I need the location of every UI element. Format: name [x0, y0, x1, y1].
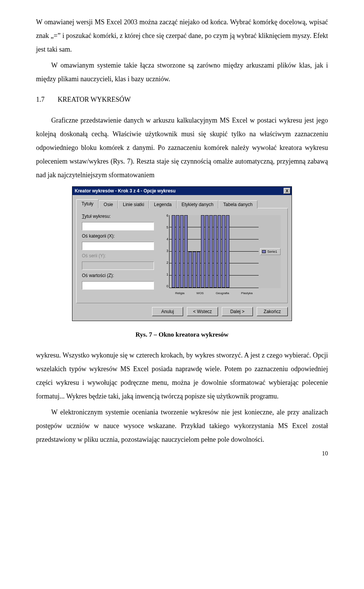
bar [172, 215, 175, 288]
cancel-button[interactable]: Anuluj [152, 307, 183, 316]
label-chart-title: TTytuł wykresu:ytuł wykresu: [82, 214, 154, 219]
tab-datatable[interactable]: Tabela danych [218, 200, 257, 208]
input-value-axis[interactable] [82, 281, 154, 290]
close-icon: X [286, 189, 288, 193]
plot-grid [169, 215, 259, 288]
back-button[interactable]: < Wstecz [187, 307, 218, 316]
dialog-title: Kreator wykresów - Krok 3 z 4 - Opcje wy… [75, 188, 176, 194]
bar [201, 215, 204, 288]
tab-gridlines[interactable]: Linie siatki [118, 200, 149, 208]
section-heading: 1.7 KREATOR WYKRESÓW [36, 96, 328, 104]
bar [226, 215, 229, 288]
bar [197, 252, 200, 288]
tab-titles[interactable]: Tytuły [76, 199, 99, 208]
section-title: KREATOR WYKRESÓW [58, 96, 131, 103]
input-series-axis [82, 261, 154, 270]
bar [180, 215, 184, 288]
figure-caption: Rys. 7 – Okno kreatora wykresów [36, 331, 328, 339]
tab-body: TTytuł wykresu:ytuł wykresu: Oś kategori… [76, 208, 288, 303]
finish-button[interactable]: Zakończ [257, 307, 288, 316]
chart-preview: 6 5 4 3 2 1 0 [159, 214, 282, 298]
bar [209, 215, 213, 288]
tab-datalabels[interactable]: Etykiety danych [177, 200, 218, 208]
legend-label: Serie1 [267, 250, 277, 254]
dialog-figure: Kreator wykresów - Krok 3 z 4 - Opcje wy… [36, 186, 328, 321]
bar [176, 215, 179, 288]
label-cat-axis: Oś kategorii (X): [82, 233, 154, 239]
form-column: TTytuł wykresu:ytuł wykresu: Oś kategori… [82, 214, 154, 298]
next-button[interactable]: Dalej > [222, 307, 253, 316]
bar [184, 215, 188, 288]
bar [222, 215, 225, 288]
page-number: 10 [36, 450, 328, 457]
close-button[interactable]: X [284, 188, 290, 194]
plot-area: Serie1 [169, 215, 281, 288]
section-number: 1.7 [36, 96, 45, 104]
paragraph-4: wykresu. Wszystko wykonuje się w czterec… [36, 348, 328, 403]
tab-axes[interactable]: Osie [99, 200, 118, 208]
bar [218, 215, 221, 288]
paragraph-1: W omawianej wersji MS Excel 2003 można z… [36, 15, 328, 56]
legend: Serie1 [260, 248, 281, 255]
tab-legend[interactable]: Legenda [149, 200, 177, 208]
chart-wizard-dialog: Kreator wykresów - Krok 3 z 4 - Opcje wy… [72, 186, 292, 321]
label-series-axis: Oś serii (Y): [82, 253, 154, 258]
bar [188, 252, 192, 288]
bar [213, 215, 217, 288]
x-axis-ticks: Religia WOS Geografia Plastyka [169, 291, 259, 295]
dialog-buttons: Anuluj < Wstecz Dalej > Zakończ [72, 307, 292, 321]
dialog-titlebar: Kreator wykresów - Krok 3 z 4 - Opcje wy… [72, 187, 292, 195]
paragraph-3: Graficzne przedstawienie danych w arkusz… [36, 113, 328, 182]
bar [205, 215, 209, 288]
bar [193, 252, 196, 288]
paragraph-2: W omawianym systemie takie łącza stworzo… [36, 58, 328, 86]
legend-swatch-icon [262, 250, 266, 253]
chart-area: 6 5 4 3 2 1 0 [159, 214, 282, 297]
input-cat-axis[interactable] [82, 242, 154, 250]
input-chart-title[interactable] [82, 222, 154, 230]
paragraph-5: W elektronicznym systemie oceniania twor… [36, 405, 328, 446]
y-axis-ticks: 6 5 4 3 2 1 0 [162, 214, 168, 288]
tabstrip: Tytuły Osie Linie siatki Legenda Etykiet… [76, 199, 288, 208]
label-value-axis: Oś wartości (Z): [82, 273, 154, 278]
